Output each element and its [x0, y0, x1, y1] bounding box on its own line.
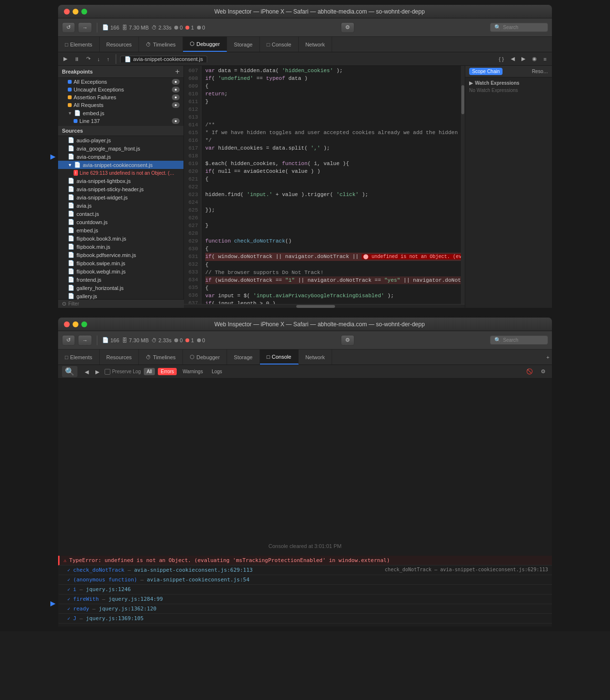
contact-item[interactable]: 📄 contact.js	[58, 210, 183, 218]
maximize-button[interactable]	[81, 9, 87, 15]
error-line-item[interactable]: ! Line 629:113 undefined is not an Objec…	[58, 169, 183, 177]
tab2-timelines[interactable]: ⏱Timelines	[139, 350, 183, 365]
more-button[interactable]: ≡	[541, 55, 549, 63]
reload-button-2[interactable]: ↺	[62, 335, 75, 346]
format-button[interactable]: { }	[496, 55, 506, 63]
prev-log-button[interactable]: ◀	[82, 368, 91, 376]
step-over-button[interactable]: ↷	[84, 55, 93, 63]
scope-chain-button[interactable]: Scope Chain	[469, 68, 503, 75]
tab-elements[interactable]: □ Elements	[58, 37, 100, 52]
tab2-console[interactable]: □Console	[260, 350, 299, 365]
breakpoints-button[interactable]: ◉	[530, 55, 539, 63]
widget-item[interactable]: 📄 avia-snippet-widget.js	[58, 193, 183, 201]
filter-warnings-button[interactable]: Warnings	[180, 368, 206, 375]
tab2-storage[interactable]: Storage	[227, 350, 260, 365]
tab2-network[interactable]: Network	[299, 350, 332, 365]
filter-logs-button[interactable]: Logs	[209, 368, 225, 375]
file-tab[interactable]: 📄 avia-snippet-cookieconsent.js	[120, 56, 207, 62]
filter-all-button[interactable]: All	[144, 368, 155, 375]
maximize-button-2[interactable]	[81, 321, 87, 327]
tabs-row-1: □ Elements Resources ⏱ Timelines ⬡ Debug…	[58, 37, 552, 52]
step-into-button[interactable]: ↓	[95, 55, 103, 63]
frontend-item[interactable]: 📄 frontend.js	[58, 275, 183, 284]
expand-left-arrow-2[interactable]: ▶	[50, 599, 56, 607]
filter-errors-button[interactable]: Errors	[158, 368, 177, 375]
embed-js-item[interactable]: ▼ 📄 embed.js	[58, 109, 183, 117]
watch-empty: No Watch Expressions	[469, 86, 548, 95]
code-line-613	[205, 113, 461, 121]
all-requests-item[interactable]: All Requests ●	[58, 101, 183, 109]
add-console-tab-button[interactable]: +	[544, 350, 552, 365]
forward-button[interactable]: →	[78, 22, 92, 33]
console-count-2: 0	[174, 337, 183, 343]
play-button[interactable]: ▶	[61, 55, 70, 63]
close-button[interactable]	[64, 9, 70, 15]
gallery-horiz-item[interactable]: 📄 gallery_horizontal.js	[58, 284, 183, 292]
countdown-item[interactable]: 📄 countdown.js	[58, 218, 183, 226]
horizontal-scrollbar[interactable]	[184, 304, 465, 308]
settings-button[interactable]: ⚙	[341, 22, 354, 33]
preserve-log-checkbox[interactable]	[105, 369, 110, 375]
code-line-629: function check_doNotTrack()	[205, 237, 461, 245]
tab-timelines[interactable]: ⏱ Timelines	[139, 37, 183, 52]
title-bar-2: Web Inspector — iPhone X — Safari — abho…	[58, 318, 552, 331]
forward-button-2[interactable]: →	[78, 335, 92, 346]
tab-network[interactable]: Network	[299, 37, 332, 52]
settings-button-2[interactable]: ⚙	[341, 335, 354, 346]
flipbook-webgl-item[interactable]: 📄 flipbook.webgl.min.js	[58, 267, 183, 275]
search-box[interactable]: 🔍 Search	[490, 23, 548, 32]
close-button-2[interactable]	[64, 321, 70, 327]
tab-resources[interactable]: Resources	[100, 37, 139, 52]
pause-button[interactable]: ⏸	[72, 55, 82, 63]
avia-compat-item[interactable]: 📄 avia-compat.js	[58, 152, 183, 161]
code-line-634: if (window.doNotTrack == "1" || navigato…	[205, 276, 461, 284]
search-icon: 🔍	[494, 24, 501, 30]
flipbook-swipe-item[interactable]: 📄 flipbook.swipe.min.js	[58, 259, 183, 267]
console-search[interactable]: 🔍	[62, 366, 77, 377]
audio-player-item[interactable]: 📄 audio-player.js	[58, 136, 183, 144]
minimize-button[interactable]	[73, 9, 78, 15]
code-scrollbar[interactable]	[461, 66, 465, 304]
tab-console[interactable]: □ Console	[260, 37, 299, 52]
avia-cookie-item[interactable]: ▼ 📄 avia-snippet-cookieconsent.js	[58, 161, 183, 169]
embed-line-137-item[interactable]: Line 137 ●	[58, 117, 183, 125]
reload-button[interactable]: ↺	[62, 22, 75, 33]
flipbook-book3-item[interactable]: 📄 flipbook.book3.min.js	[58, 234, 183, 243]
tab2-debugger[interactable]: ⬡Debugger	[183, 350, 227, 365]
all-requests-icon	[68, 103, 72, 107]
add-breakpoint-button[interactable]: +	[175, 68, 180, 76]
preserve-log-toggle[interactable]: Preserve Log	[105, 369, 140, 375]
log-icon-1: ✓	[67, 577, 70, 582]
all-exceptions-item[interactable]: All Exceptions ●	[58, 78, 183, 86]
sticky-header-item[interactable]: 📄 avia-snippet-sticky-header.js	[58, 185, 183, 193]
code-lines: var data = hidden.data( 'hidden_cookies'…	[201, 66, 461, 304]
assertion-failures-item[interactable]: Assertion Failures ●	[58, 93, 183, 101]
flipbook-min-item[interactable]: 📄 flipbook.min.js	[58, 243, 183, 251]
embed-item[interactable]: 📄 embed.js	[58, 226, 183, 234]
search-box-2[interactable]: 🔍 Search	[490, 335, 548, 345]
tab-debugger[interactable]: ⬡ Debugger	[183, 37, 227, 52]
expand-left-arrow[interactable]: ▶	[50, 152, 56, 160]
code-line-626	[205, 214, 461, 222]
filter-input[interactable]	[68, 301, 180, 306]
resources-button[interactable]: Reso…	[532, 69, 548, 74]
lightbox-item[interactable]: 📄 avia-snippet-lightbox.js	[58, 177, 183, 185]
clear-console-button[interactable]: 🚫	[524, 367, 535, 376]
prev-issue-button[interactable]: ◀	[508, 55, 517, 63]
log-icon-5: ✓	[67, 616, 70, 621]
tab2-elements[interactable]: □Elements	[58, 350, 100, 365]
step-out-button[interactable]: ↑	[105, 55, 112, 63]
flipbook-pdf-item[interactable]: 📄 flipbook.pdfservice.min.js	[58, 251, 183, 259]
tab-storage[interactable]: Storage	[227, 37, 260, 52]
next-log-button[interactable]: ▶	[93, 368, 102, 376]
scrollbar-thumb	[461, 85, 464, 114]
next-issue-button[interactable]: ▶	[519, 55, 528, 63]
code-area: 607608609610611 612613614615616 61761861…	[184, 66, 465, 308]
avia-js-item[interactable]: 📄 avia.js	[58, 201, 183, 210]
tab2-resources[interactable]: Resources	[100, 350, 139, 365]
avia-gmaps-item[interactable]: 📄 avia_google_maps_front.js	[58, 144, 183, 152]
console-settings-button[interactable]: ⚙	[538, 367, 548, 376]
code-line-633: // The browser supports Do Not Track!	[205, 269, 461, 276]
minimize-button-2[interactable]	[73, 321, 78, 327]
uncaught-exceptions-item[interactable]: Uncaught Exceptions ●	[58, 86, 183, 93]
